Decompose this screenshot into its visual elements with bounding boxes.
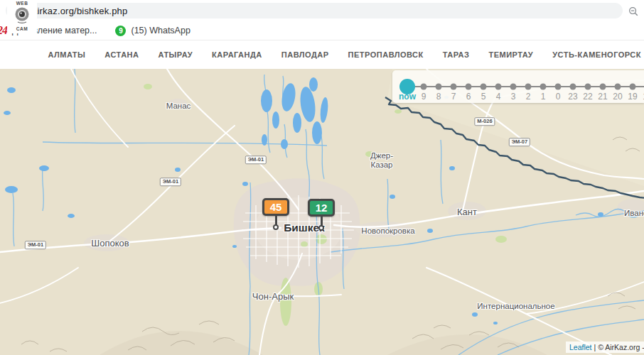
place-label-dzher-kazar: Джер- Казар bbox=[370, 151, 393, 170]
tick-dot bbox=[481, 84, 487, 90]
tick-dot bbox=[421, 84, 427, 90]
bookmarks-bar: 24 Добавление матер... 9 (15) WhatsApp bbox=[0, 21, 644, 40]
whatsapp-favicon: 9 bbox=[115, 26, 126, 36]
aqi-marker-45[interactable]: 45 bbox=[262, 198, 289, 230]
tick-dot bbox=[555, 84, 562, 90]
tick-18[interactable]: 18 bbox=[640, 70, 644, 103]
logo-text-cam: CAM bbox=[7, 27, 37, 32]
zoom-out-icon[interactable] bbox=[627, 5, 640, 18]
bookmark-item-whatsapp[interactable]: 9 (15) WhatsApp bbox=[97, 23, 190, 38]
tick-22[interactable]: 22 bbox=[580, 70, 596, 103]
nav-city-ust-kamenogorsk[interactable]: УСТЬ-КАМЕНОГОРСК bbox=[552, 50, 641, 59]
tick-dot bbox=[585, 84, 591, 90]
nav-city-temirtau[interactable]: ТЕМИРТАУ bbox=[488, 50, 533, 59]
road-badge-m026: М-026 bbox=[474, 117, 495, 126]
place-label-kant: Кант bbox=[457, 207, 477, 218]
tick-dot bbox=[495, 84, 502, 90]
road-badge-em01-north: ЭМ-01 bbox=[245, 155, 267, 164]
map-attribution: Leaflet| © AirKaz.org - Мони bbox=[566, 342, 644, 353]
tick-7[interactable]: 7 bbox=[446, 70, 461, 103]
tick-3[interactable]: 3 bbox=[505, 70, 521, 103]
nav-city-petropavlovsk[interactable]: ПЕТРОПАВЛОВСК bbox=[348, 50, 424, 59]
tick-dot bbox=[436, 84, 442, 90]
tick-1[interactable]: 1 bbox=[535, 70, 551, 103]
aqi-value-12: 12 bbox=[308, 199, 335, 217]
webcam-logo[interactable]: WEB CAM bbox=[7, 1, 37, 33]
road-badge-em01-mid: ЭМ-01 bbox=[160, 178, 181, 186]
marker-pin bbox=[318, 225, 324, 231]
tick-dot bbox=[451, 84, 457, 90]
attribution-text: | © AirKaz.org - Мони bbox=[594, 343, 644, 351]
browser-toolbar: airkaz.org/bishkek.php bbox=[0, 0, 644, 21]
tick-2[interactable]: 2 bbox=[520, 70, 536, 103]
tick-9[interactable]: 9 bbox=[416, 70, 431, 103]
aqi-marker-12[interactable]: 12 bbox=[308, 199, 335, 231]
tick-dot bbox=[570, 84, 576, 90]
site-24-favicon: 24 bbox=[0, 24, 7, 37]
tick-dot bbox=[615, 84, 621, 90]
tick-19[interactable]: 19 bbox=[625, 70, 640, 103]
nav-city-atyrau[interactable]: АТЫРАУ bbox=[158, 50, 193, 59]
bookmark-label: (15) WhatsApp bbox=[131, 26, 190, 36]
place-label-chon-aryk: Чон-Арык bbox=[252, 292, 294, 302]
url-text: airkaz.org/bishkek.php bbox=[32, 6, 127, 16]
nav-city-taraz[interactable]: ТАРАЗ bbox=[443, 50, 470, 59]
tick-dot bbox=[525, 84, 532, 90]
address-bar[interactable]: airkaz.org/bishkek.php bbox=[6, 3, 623, 18]
tick-dot bbox=[540, 84, 547, 90]
place-label-internatsionalnoe: Интернациональное bbox=[477, 302, 554, 311]
hour-timeline-slider[interactable]: now 9 8 7 6 5 4 3 2 1 0 23 22 21 20 19 1… bbox=[392, 70, 644, 103]
city-links: АЛМАТЫ АСТАНА АТЫРАУ КАРАГАНДА ПАВЛОДАР … bbox=[48, 40, 641, 69]
leaflet-link[interactable]: Leaflet bbox=[569, 343, 592, 351]
nav-city-pavlodar[interactable]: ПАВЛОДАР bbox=[281, 50, 329, 59]
tick-8[interactable]: 8 bbox=[431, 70, 446, 103]
tick-now[interactable]: now bbox=[399, 70, 415, 103]
place-label-shopokov: Шопоков bbox=[91, 239, 129, 249]
road-badge-em07: ЭМ-07 bbox=[509, 138, 530, 146]
tick-6[interactable]: 6 bbox=[461, 70, 476, 103]
place-label-manas: Манас bbox=[166, 102, 191, 111]
tick-dot bbox=[466, 84, 472, 90]
marker-pin bbox=[273, 224, 279, 230]
tick-21[interactable]: 21 bbox=[595, 70, 611, 103]
tick-dot bbox=[510, 84, 517, 90]
tick-dot bbox=[630, 84, 636, 90]
tick-0[interactable]: 0 bbox=[550, 70, 566, 103]
tick-dot bbox=[600, 84, 606, 90]
tick-5[interactable]: 5 bbox=[476, 70, 491, 103]
tick-4[interactable]: 4 bbox=[490, 70, 506, 103]
road-badge-em01-west: ЭМ-01 bbox=[25, 241, 46, 249]
tick-20[interactable]: 20 bbox=[610, 70, 626, 103]
place-label-ivanovka: Ивановка bbox=[624, 209, 644, 218]
city-navbar: АЛМАТЫ АСТАНА АТЫРАУ КАРАГАНДА ПАВЛОДАР … bbox=[0, 40, 644, 69]
tick-23[interactable]: 23 bbox=[565, 70, 581, 103]
nav-city-karaganda[interactable]: КАРАГАНДА bbox=[212, 50, 262, 59]
nav-city-astana[interactable]: АСТАНА bbox=[104, 50, 139, 59]
nav-city-almaty[interactable]: АЛМАТЫ bbox=[48, 50, 85, 59]
leaflet-map[interactable]: Манас Джер- Казар Кант Новопокровка Шопо… bbox=[0, 69, 644, 355]
place-label-novopokrovka: Новопокровка bbox=[361, 226, 414, 236]
aqi-value-45: 45 bbox=[262, 198, 289, 216]
webcam-icon bbox=[14, 6, 31, 25]
